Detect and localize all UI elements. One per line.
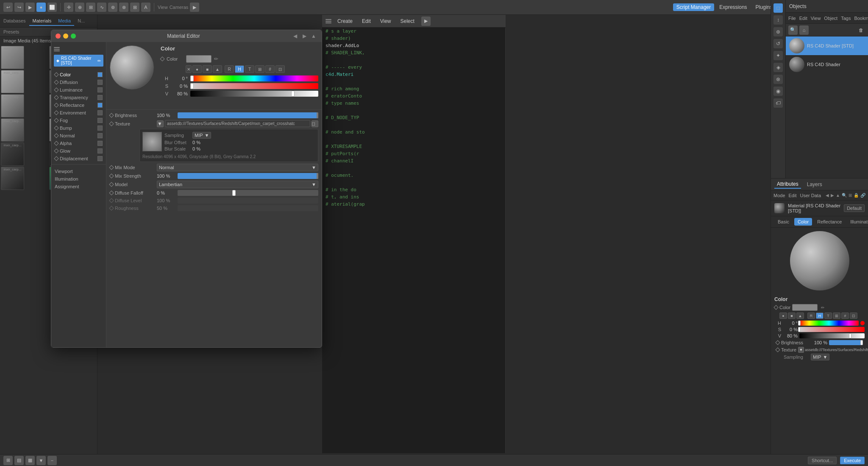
attr-mode-h-btn[interactable]: H <box>816 313 823 319</box>
model-dropdown[interactable]: Lambertian ▼ <box>157 181 318 188</box>
objects-view-menu[interactable]: View <box>811 16 821 21</box>
shortcut-btn[interactable]: Shortcut... <box>808 457 837 464</box>
render-icon[interactable]: ▶ <box>25 3 35 12</box>
status-down-btn[interactable]: ▼ <box>36 456 46 465</box>
brightness-slider[interactable] <box>178 112 318 118</box>
mode-box-btn[interactable]: ⊡ <box>275 65 285 73</box>
channel-displacement[interactable]: Displacement <box>51 155 106 162</box>
attr-userdata-menu[interactable]: User Data <box>800 193 821 198</box>
attr-color-edit-icon[interactable]: ✏ <box>821 305 824 310</box>
mode-hash-btn[interactable]: # <box>265 65 275 73</box>
undo-icon[interactable]: ↩ <box>3 3 13 12</box>
value-slider[interactable] <box>190 91 318 97</box>
color-edit-icon[interactable]: ✏ <box>214 56 218 62</box>
channel-illumination[interactable]: Illumination <box>51 175 106 183</box>
grid-icon[interactable]: ⊞ <box>86 3 95 12</box>
mode-r-btn[interactable]: R <box>225 65 234 73</box>
attr-mode-menu[interactable]: Mode <box>773 193 785 198</box>
channel-luminance[interactable]: Luminance <box>51 86 106 94</box>
nav-back-btn[interactable]: ◀ <box>291 32 299 40</box>
hue-slider[interactable] <box>190 75 318 81</box>
texture-browse-btn[interactable]: □ <box>312 120 318 127</box>
attr-mode-triangle-btn[interactable]: ▲ <box>796 313 804 319</box>
attr-mode-hash-btn[interactable]: # <box>841 313 849 319</box>
channel-color-checkbox[interactable] <box>97 72 103 77</box>
channel-reflectance-checkbox[interactable] <box>97 103 103 108</box>
media-item[interactable]: mxn_carp... <box>1 70 24 93</box>
attr-color-swatch[interactable] <box>792 304 818 311</box>
object-item[interactable]: RS C4D Shader <box>786 55 868 74</box>
objects-object-menu[interactable]: Object <box>824 16 837 21</box>
channel-bump-checkbox[interactable] <box>97 126 103 131</box>
move-tool-icon[interactable]: ↕ <box>773 15 783 25</box>
sampling-dropdown[interactable]: MIP ▼ <box>192 132 211 139</box>
execute-btn[interactable]: Execute <box>840 457 865 464</box>
create-panel-expand-icon[interactable]: ▶ <box>421 17 431 26</box>
expressions-btn[interactable]: Expressions <box>716 3 750 11</box>
window-close-btn[interactable] <box>56 33 61 39</box>
status-minus-btn[interactable]: − <box>47 456 57 465</box>
objects-bookmarks-menu[interactable]: Bookmarks <box>854 16 868 21</box>
mode-grid-btn[interactable]: ⊞ <box>255 65 264 73</box>
status-grid-btn-1[interactable]: ⊞ <box>3 456 13 465</box>
val-thumb[interactable] <box>291 91 295 97</box>
window-maximize-btn[interactable] <box>71 33 76 39</box>
objects-tags-menu[interactable]: Tags <box>841 16 851 21</box>
shader-edit-icon[interactable]: ✏ <box>97 59 101 63</box>
mode-h-btn[interactable]: H <box>235 65 244 73</box>
status-grid-btn-2[interactable]: ▤ <box>14 456 24 465</box>
media-item[interactable]: mxn_carp... <box>1 46 24 69</box>
attr-sat-slider[interactable] <box>799 327 865 332</box>
channel-luminance-checkbox[interactable] <box>97 87 103 92</box>
tab-databases[interactable]: Databases <box>0 17 29 26</box>
channel-diffusion-checkbox[interactable] <box>97 80 103 85</box>
texture-path[interactable]: assetdb:///Textures/Surfaces/Redshift/Ca… <box>165 120 310 127</box>
attr-val-slider[interactable] <box>799 333 865 338</box>
channel-displacement-checkbox[interactable] <box>97 156 103 161</box>
channel-transparency-checkbox[interactable] <box>97 95 103 100</box>
spline-tool-icon[interactable]: ⊗ <box>773 75 783 84</box>
channel-alpha-checkbox[interactable] <box>97 141 103 146</box>
channel-assignment[interactable]: Assignment <box>51 183 106 190</box>
sat-thumb[interactable] <box>190 83 194 89</box>
nav-up-btn[interactable]: ▲ <box>310 32 317 40</box>
mode-square-btn[interactable]: ■ <box>203 65 212 73</box>
attr-link-icon[interactable]: 🔗 <box>860 193 865 198</box>
mode-t-btn[interactable]: T <box>245 65 254 73</box>
texture-expand-btn[interactable]: ▼ <box>157 120 164 127</box>
attr-expand-icon[interactable]: ⊞ <box>849 193 852 198</box>
objects-home-icon[interactable]: ⌂ <box>799 25 809 35</box>
scale-tool-icon[interactable]: ⊕ <box>773 27 783 36</box>
type-icon[interactable]: A <box>141 3 150 12</box>
saturation-slider[interactable] <box>190 83 318 89</box>
redo-icon[interactable]: ↪ <box>14 3 24 12</box>
attr-search-icon[interactable]: 🔍 <box>842 193 847 198</box>
objects-file-menu[interactable]: File <box>788 16 796 21</box>
diffuse-falloff-slider[interactable] <box>178 190 318 196</box>
media-item[interactable]: mxn_carp... <box>1 118 24 142</box>
objects-delete-icon[interactable]: 🗑 <box>856 25 865 35</box>
tab-materials[interactable]: Materials <box>29 17 55 26</box>
attr-tab-layers[interactable]: Layers <box>804 181 825 188</box>
cameras-expand-icon[interactable]: ▶ <box>190 3 199 12</box>
attr-tab-basic[interactable]: Basic <box>774 218 793 226</box>
select-btn[interactable]: Select <box>397 17 418 25</box>
material-tool-icon[interactable]: ◉ <box>773 87 783 96</box>
attr-forward-btn[interactable]: ▶ <box>831 193 834 198</box>
channel-diffusion[interactable]: Diffusion <box>51 78 106 86</box>
polygon-icon[interactable]: ◈ <box>773 63 783 72</box>
channel-environment[interactable]: Environment <box>51 109 106 117</box>
attr-tab-attributes[interactable]: Attributes <box>774 180 801 189</box>
tab-media[interactable]: Media <box>55 17 74 26</box>
attr-lock-icon[interactable]: 🔒 <box>854 193 859 198</box>
channel-environment-checkbox[interactable] <box>97 110 103 115</box>
channel-viewport[interactable]: Viewport <box>51 167 106 175</box>
select-icon[interactable]: □ <box>773 3 783 13</box>
channel-color[interactable]: Color <box>51 71 106 78</box>
scale-icon[interactable]: ⊕ <box>75 3 84 12</box>
attr-mode-grid-btn[interactable]: ⊞ <box>833 313 840 319</box>
attr-hue-slider[interactable] <box>799 321 859 326</box>
attr-brightness-slider[interactable] <box>829 340 863 345</box>
channel-fog-checkbox[interactable] <box>97 118 103 123</box>
mix-strength-slider[interactable] <box>178 173 318 179</box>
